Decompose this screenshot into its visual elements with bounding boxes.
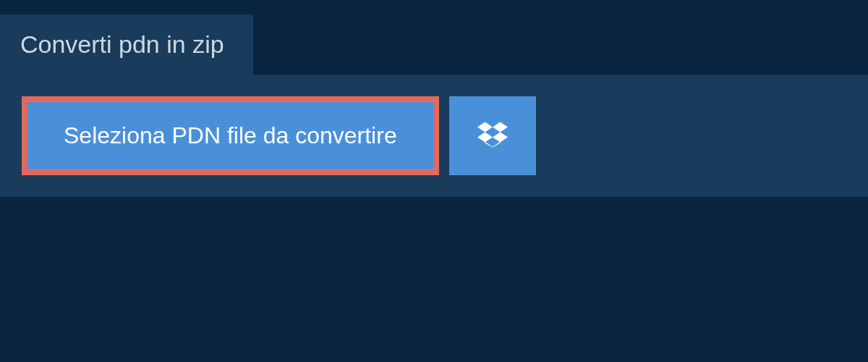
dropbox-button[interactable]: [449, 96, 536, 175]
tab-header: Converti pdn in zip: [0, 14, 253, 75]
page-title: Converti pdn in zip: [20, 30, 224, 59]
dropbox-icon: [477, 119, 508, 153]
select-file-button[interactable]: Seleziona PDN file da convertire: [22, 96, 439, 175]
select-file-label: Seleziona PDN file da convertire: [64, 122, 397, 149]
button-row: Seleziona PDN file da convertire: [22, 96, 846, 175]
main-panel: Seleziona PDN file da convertire: [0, 75, 868, 197]
